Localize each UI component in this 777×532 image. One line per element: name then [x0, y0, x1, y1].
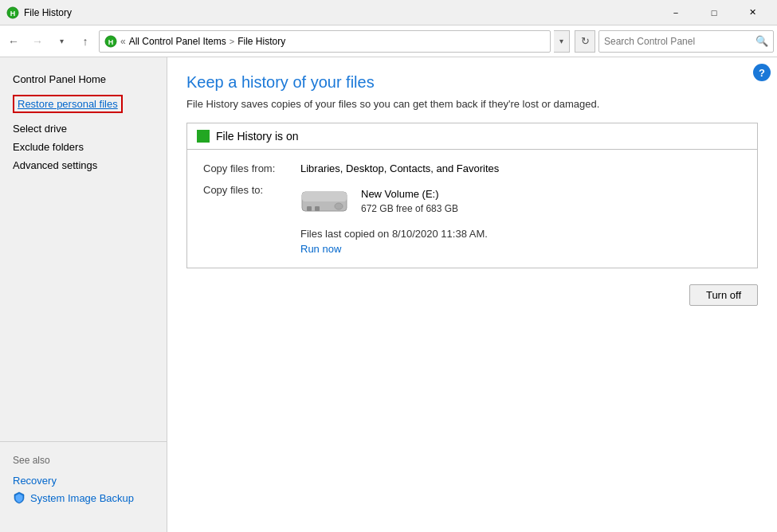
search-icon: 🔍 — [755, 35, 768, 47]
page-subtitle: File History saves copies of your files … — [186, 98, 665, 110]
svg-rect-5 — [302, 192, 347, 201]
turn-off-section: Turn off — [186, 284, 758, 306]
refresh-button[interactable]: ↻ — [575, 30, 595, 53]
title-bar: H File History − □ ✕ — [0, 0, 777, 25]
svg-text:H: H — [108, 37, 114, 45]
back-button[interactable]: ← — [3, 31, 24, 52]
copy-from-value: Libraries, Desktop, Contacts, and Favori… — [300, 162, 499, 174]
svg-text:H: H — [10, 9, 16, 17]
address-dropdown-button[interactable]: ▾ — [554, 30, 570, 53]
sidebar-nav: Control Panel Home Restore personal file… — [0, 70, 167, 174]
breadcrumb-current: File History — [237, 36, 285, 47]
close-button[interactable]: ✕ — [734, 0, 771, 25]
sidebar-item-exclude-folders[interactable]: Exclude folders — [13, 138, 154, 156]
sidebar-footer: See also Recovery System Image Backup — [0, 441, 167, 519]
page-title: Keep a history of your files — [186, 73, 758, 92]
shield-icon — [13, 491, 26, 504]
sidebar-item-system-image-backup[interactable]: System Image Backup — [13, 489, 154, 507]
main-layout: Control Panel Home Restore personal file… — [0, 57, 777, 532]
status-card-body: Copy files from: Libraries, Desktop, Con… — [187, 150, 757, 268]
sidebar-item-select-drive[interactable]: Select drive — [13, 119, 154, 138]
sidebar-item-recovery[interactable]: Recovery — [13, 472, 154, 489]
breadcrumb-parent[interactable]: All Control Panel Items — [129, 36, 226, 47]
address-bar: ← → ▾ ↑ H « All Control Panel Items > Fi… — [0, 25, 777, 57]
status-indicator — [197, 130, 210, 143]
app-icon: H — [6, 6, 19, 19]
see-also-label: See also — [13, 455, 154, 466]
status-card-header: File History is on — [187, 123, 757, 150]
dropdown-recent-button[interactable]: ▾ — [51, 31, 72, 52]
run-now-link[interactable]: Run now — [300, 243, 341, 255]
up-button[interactable]: ↑ — [75, 31, 96, 52]
sidebar-item-advanced-settings[interactable]: Advanced settings — [13, 156, 154, 174]
forward-button[interactable]: → — [27, 31, 48, 52]
breadcrumb-separator: > — [230, 37, 234, 46]
sidebar-item-control-panel-home[interactable]: Control Panel Home — [13, 70, 154, 88]
copy-to-row: Copy files to: New Vo — [203, 184, 741, 218]
help-button[interactable]: ? — [753, 64, 771, 81]
copy-from-label: Copy files from: — [203, 162, 291, 174]
last-copied-text: Files last copied on 8/10/2020 11:38 AM. — [300, 228, 741, 240]
window-controls: − □ ✕ — [657, 0, 771, 25]
window-title: File History — [24, 7, 657, 18]
content-area: ? Keep a history of your files File Hist… — [167, 57, 777, 532]
drive-details: New Volume (E:) 672 GB free of 683 GB — [361, 188, 458, 214]
address-path[interactable]: H « All Control Panel Items > File Histo… — [99, 30, 551, 53]
status-title: File History is on — [216, 130, 298, 143]
control-panel-icon: H — [104, 35, 117, 48]
drive-info: New Volume (E:) 672 GB free of 683 GB — [300, 184, 458, 218]
copy-from-row: Copy files from: Libraries, Desktop, Con… — [203, 162, 741, 174]
copy-to-label: Copy files to: — [203, 184, 291, 196]
svg-rect-6 — [307, 206, 312, 211]
status-card: File History is on Copy files from: Libr… — [186, 123, 758, 268]
last-copied-section: Files last copied on 8/10/2020 11:38 AM.… — [203, 228, 741, 255]
svg-rect-7 — [315, 206, 320, 211]
turn-off-button[interactable]: Turn off — [689, 284, 758, 306]
sidebar-item-restore-personal-files[interactable]: Restore personal files — [13, 95, 123, 113]
search-box[interactable]: 🔍 — [598, 30, 774, 53]
search-input[interactable] — [604, 36, 752, 47]
sidebar: Control Panel Home Restore personal file… — [0, 57, 167, 532]
drive-name: New Volume (E:) — [361, 188, 458, 200]
minimize-button[interactable]: − — [657, 0, 694, 25]
drive-icon — [300, 184, 348, 218]
maximize-button[interactable]: □ — [696, 0, 732, 25]
svg-point-8 — [335, 203, 343, 209]
drive-size: 672 GB free of 683 GB — [361, 203, 458, 214]
